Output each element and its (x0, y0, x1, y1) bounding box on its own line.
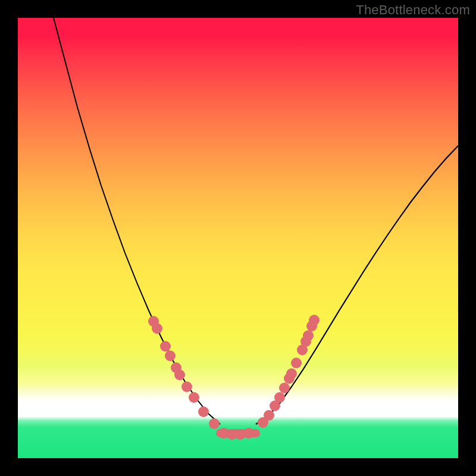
marker-dot (309, 315, 320, 325)
marker-dots (148, 315, 320, 440)
marker-dot (189, 392, 199, 403)
left-curve (54, 18, 220, 424)
marker-dot (181, 381, 192, 392)
marker-dot (286, 368, 297, 379)
marker-dot (291, 358, 302, 368)
watermark-text: TheBottleneck.com (356, 2, 470, 18)
marker-dot (243, 428, 254, 439)
marker-dot (174, 369, 185, 380)
chart-svg (18, 18, 458, 458)
chart-frame: TheBottleneck.com (0, 0, 476, 476)
marker-dot (152, 323, 162, 334)
marker-dot (160, 341, 171, 352)
marker-dot (279, 383, 290, 393)
marker-dot (274, 392, 285, 403)
marker-dot (264, 410, 274, 421)
marker-dot (209, 418, 220, 429)
marker-dot (198, 406, 209, 417)
plot-area (18, 18, 458, 458)
marker-dot (303, 330, 314, 341)
marker-dot (165, 350, 176, 361)
